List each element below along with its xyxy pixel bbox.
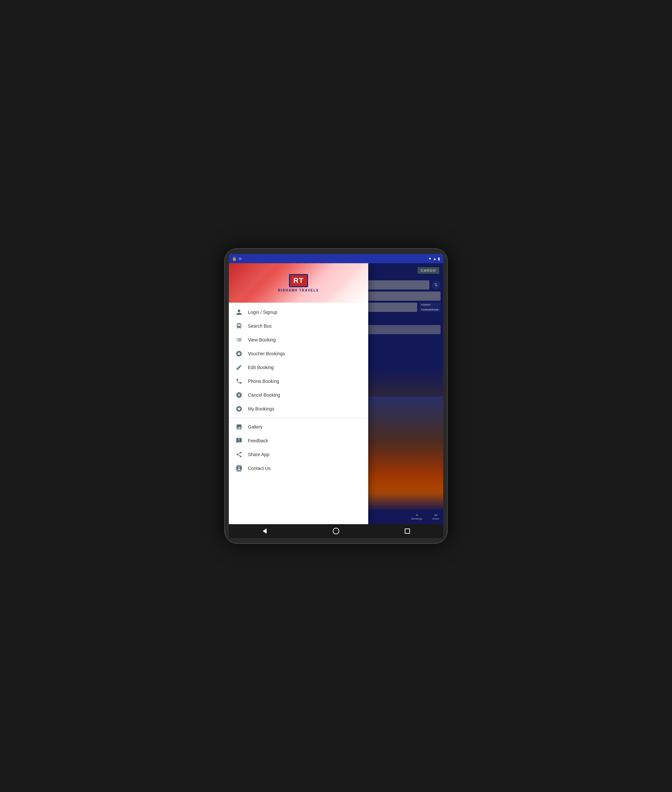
cancel-icon [235, 391, 243, 399]
phone-booking-label: Phone Booking [248, 378, 279, 384]
menu-item-share-app[interactable]: Share App [229, 448, 368, 461]
status-bar-right: ▼ ▲ ▮ [428, 257, 440, 261]
menu-item-view-booking[interactable]: View Booking [229, 333, 368, 347]
menu-item-edit-booking[interactable]: Edit Booking [229, 361, 368, 374]
drawer-menu: Login / Signup Search Bus View Booking [229, 303, 368, 524]
edit-booking-label: Edit Booking [248, 365, 274, 370]
feedback-label: Feedback [248, 438, 268, 443]
my-bookings-icon [235, 405, 243, 412]
menu-item-voucher-bookings[interactable]: Voucher Bookings [229, 347, 368, 361]
drawer-tagline: RISHABH TRAVELS [278, 289, 319, 292]
edit-icon [235, 364, 243, 371]
list-icon [235, 336, 243, 343]
share-app-label: Share App [248, 452, 269, 457]
drawer-logo-text: RT [289, 274, 308, 287]
login-label: Login / Signup [248, 310, 277, 315]
voucher-icon [235, 350, 243, 357]
sync-icon: ⊙ [239, 257, 242, 261]
screen: RT CARGO ⇅ TODAY TOMORROW [229, 263, 443, 524]
cancel-booking-label: Cancel Booking [248, 393, 280, 398]
menu-divider [229, 418, 368, 418]
my-bookings-label: My Bookings [248, 406, 274, 412]
drawer-logo: RT RISHABH TRAVELS [278, 274, 319, 292]
view-booking-label: View Booking [248, 337, 276, 342]
lock-icon: 🔒 [232, 257, 237, 261]
menu-item-search-bus[interactable]: Search Bus [229, 319, 368, 333]
status-bar-left: 🔒 ⊙ [232, 257, 242, 261]
menu-item-cancel-booking[interactable]: Cancel Booking [229, 388, 368, 402]
signal-icon: ▲ [433, 257, 437, 260]
menu-item-contact-us[interactable]: Contact Us [229, 461, 368, 475]
wifi-icon: ▼ [428, 257, 432, 260]
contact-us-label: Contact Us [248, 466, 270, 471]
gallery-icon [235, 423, 243, 431]
menu-item-my-bookings[interactable]: My Bookings [229, 402, 368, 416]
drawer-header: RT RISHABH TRAVELS [229, 263, 368, 303]
menu-item-gallery[interactable]: Gallery [229, 420, 368, 434]
tablet-frame: 🔒 ⊙ ▼ ▲ ▮ RT CARGO ⇅ [224, 248, 448, 544]
share-app-icon [235, 451, 243, 458]
person-icon [235, 308, 243, 316]
feedback-icon [235, 437, 243, 444]
menu-item-feedback[interactable]: Feedback [229, 434, 368, 448]
status-bar: 🔒 ⊙ ▼ ▲ ▮ [229, 254, 443, 263]
gallery-label: Gallery [248, 424, 262, 430]
recent-button[interactable] [402, 526, 412, 536]
voucher-bookings-label: Voucher Bookings [248, 351, 285, 356]
menu-item-login[interactable]: Login / Signup [229, 305, 368, 319]
menu-item-phone-booking[interactable]: Phone Booking [229, 374, 368, 388]
phone-icon [235, 378, 243, 385]
bus-icon [235, 323, 243, 330]
search-bus-label: Search Bus [248, 323, 272, 329]
battery-icon: ▮ [438, 257, 440, 261]
android-nav-bar [229, 524, 443, 538]
navigation-drawer: RT RISHABH TRAVELS Login / Signup [229, 263, 368, 524]
home-button[interactable] [331, 526, 341, 536]
contact-icon [235, 465, 243, 472]
back-button[interactable] [260, 526, 270, 536]
